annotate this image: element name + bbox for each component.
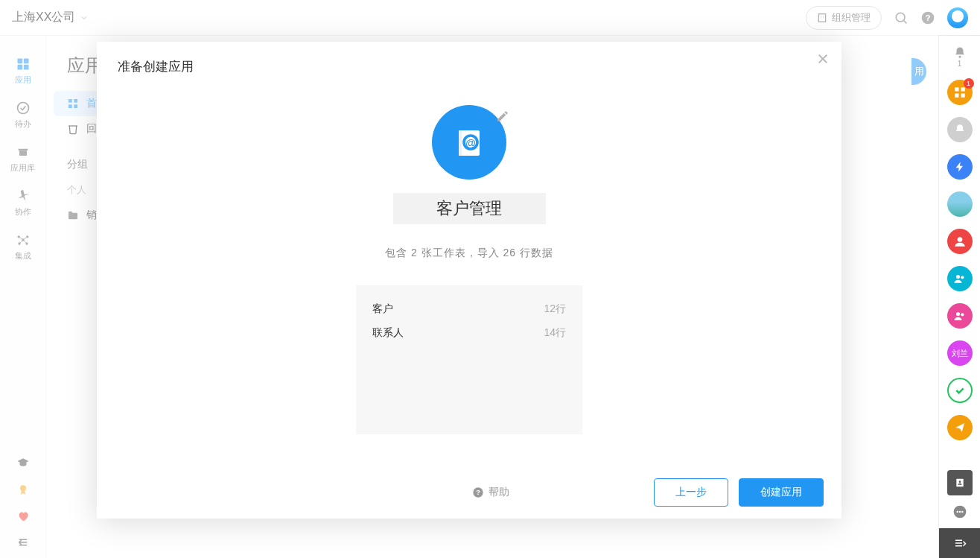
chat-icon[interactable] <box>952 504 967 519</box>
right-rail: 1 1 刘兰 <box>938 36 980 558</box>
rail-app-orange[interactable]: 1 <box>947 80 973 105</box>
svg-point-41 <box>961 313 964 316</box>
sheet-rows: 12行 <box>544 302 566 316</box>
rail-send-orange[interactable] <box>947 415 973 440</box>
rail-check-green[interactable] <box>947 378 973 403</box>
rail-contacts[interactable] <box>947 470 973 495</box>
user-avatar[interactable] <box>947 7 968 28</box>
rail-bell-grey[interactable] <box>947 117 973 142</box>
rail-avatar-1[interactable] <box>947 191 973 217</box>
rail-avatar-text[interactable]: 刘兰 <box>947 340 973 366</box>
sheet-row: 客户 12行 <box>372 297 566 321</box>
svg-text:?: ? <box>476 489 480 496</box>
modal-title: 准备创建应用 <box>97 42 841 83</box>
sheet-list: 客户 12行 联系人 14行 <box>356 285 582 434</box>
help-circle-icon: ? <box>472 486 484 498</box>
rail-avatar-2[interactable] <box>947 229 973 254</box>
sheet-row: 联系人 14行 <box>372 321 566 345</box>
svg-point-38 <box>956 275 960 279</box>
notification-bell[interactable]: 1 <box>953 46 967 68</box>
rail-bolt-blue[interactable] <box>947 154 973 180</box>
app-name-input[interactable] <box>393 193 546 224</box>
close-icon[interactable] <box>816 52 830 66</box>
rail-group-pink[interactable] <box>947 303 973 329</box>
svg-point-39 <box>961 276 964 279</box>
svg-point-40 <box>956 312 960 316</box>
app-icon: @ <box>432 105 506 180</box>
create-button[interactable]: 创建应用 <box>739 478 824 507</box>
rail-collapse-button[interactable] <box>939 528 980 558</box>
svg-rect-34 <box>961 87 964 91</box>
svg-point-47 <box>961 511 964 513</box>
edit-icon[interactable] <box>496 110 511 124</box>
sheet-rows: 14行 <box>544 326 566 340</box>
svg-point-43 <box>958 481 961 483</box>
badge-count: 1 <box>964 78 974 89</box>
back-button[interactable]: 上一步 <box>654 478 728 507</box>
rail-avatar-label: 刘兰 <box>952 348 968 359</box>
help-label: 帮助 <box>489 486 509 499</box>
sheet-name: 客户 <box>372 302 393 316</box>
bell-count: 1 <box>958 60 962 68</box>
svg-point-46 <box>958 511 961 513</box>
svg-rect-54 <box>459 130 462 156</box>
rail-group-teal[interactable] <box>947 266 973 291</box>
create-app-modal: 准备创建应用 @ 包含 2 张工作表，导入 26 行数据 客户 12行 联系人 <box>97 42 841 519</box>
svg-rect-36 <box>961 94 964 98</box>
svg-point-32 <box>958 56 961 58</box>
app-summary: 包含 2 张工作表，导入 26 行数据 <box>385 247 553 260</box>
sheet-name: 联系人 <box>372 326 404 340</box>
svg-point-45 <box>956 511 958 513</box>
svg-text:@: @ <box>465 137 476 149</box>
help-link[interactable]: ? 帮助 <box>472 486 509 499</box>
svg-rect-35 <box>955 94 958 98</box>
svg-rect-33 <box>955 87 958 91</box>
svg-point-37 <box>957 237 962 242</box>
